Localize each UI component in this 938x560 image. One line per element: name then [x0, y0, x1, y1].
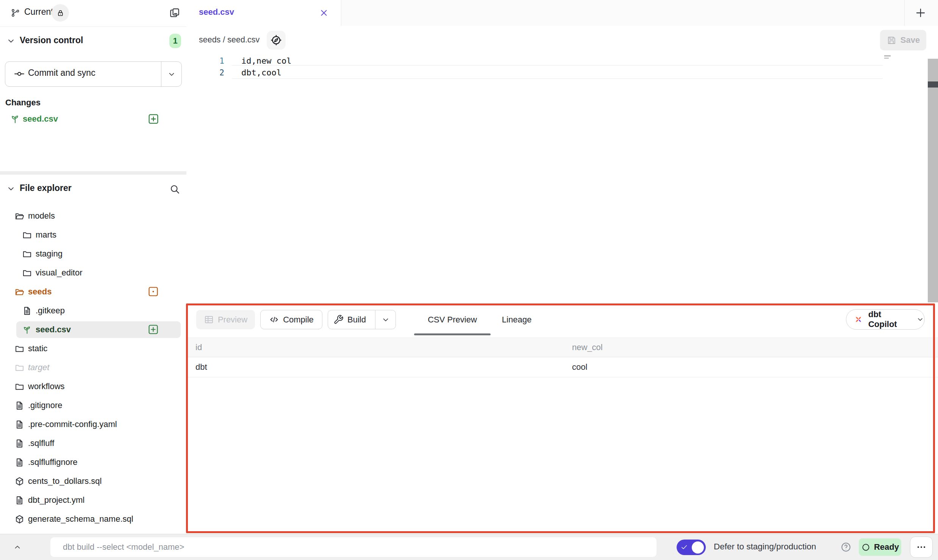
table-header-row: id new_col	[186, 338, 938, 357]
more-options-button[interactable]	[910, 537, 933, 558]
column-header: id	[195, 343, 572, 352]
file-explorer-item--pre-commit-config-yaml[interactable]: .pre-commit-config.yaml	[0, 415, 186, 434]
added-file-badge	[147, 324, 159, 335]
duplicate-file-icon[interactable]	[169, 7, 180, 19]
file-explorer-item-target[interactable]: target	[0, 358, 186, 377]
results-panel: Preview Compile Build CSV Preview Lineag…	[186, 304, 938, 534]
file-explorer-item--gitignore[interactable]: .gitignore	[0, 396, 186, 415]
file-explorer-item-visual-editor[interactable]: visual_editor	[0, 263, 186, 282]
collapse-panel-button[interactable]	[9, 540, 26, 554]
close-tab-icon[interactable]	[319, 8, 329, 18]
tab-title: seed.csv	[199, 7, 234, 17]
current-line-highlight	[232, 65, 883, 79]
file-name: marts	[36, 230, 56, 240]
chevron-down-icon[interactable]	[6, 36, 16, 46]
file-name: .sqlfluffignore	[28, 457, 77, 467]
seedling-icon	[22, 325, 32, 335]
search-icon[interactable]	[169, 183, 180, 195]
cube-icon	[14, 476, 25, 486]
build-button[interactable]: Build	[328, 310, 396, 329]
defer-toggle-label: Defer to staging/production	[714, 542, 816, 552]
folder-icon	[22, 230, 32, 240]
file-explorer-item-seed-csv[interactable]: seed.csv	[0, 320, 186, 339]
file-name: .sqlfluff	[28, 438, 54, 448]
lineage-compass-button[interactable]	[267, 31, 286, 50]
save-icon	[886, 35, 897, 45]
build-button-label: Build	[347, 315, 366, 325]
file-explorer-item--sqlfluff[interactable]: .sqlfluff	[0, 434, 186, 453]
file-explorer-item-dbt-project-yml[interactable]: dbt_project.yml	[0, 491, 186, 510]
plus-icon	[915, 7, 927, 19]
column-header: new_col	[572, 343, 938, 352]
file-explorer-header[interactable]: File explorer	[0, 181, 186, 199]
file-name: generate_schema_name.sql	[28, 514, 133, 524]
defer-toggle[interactable]	[677, 540, 706, 555]
scrollbar-thumb[interactable]	[928, 81, 938, 88]
file-explorer-item-models[interactable]: models	[0, 206, 186, 225]
file-explorer-item--gitkeep[interactable]: .gitkeep	[0, 301, 186, 320]
check-icon	[680, 543, 688, 551]
changed-file-row[interactable]: seed.csv	[0, 111, 186, 127]
file-name: .pre-commit-config.yaml	[28, 419, 117, 429]
version-control-header[interactable]: Version control 1	[0, 33, 186, 48]
file-name: seeds	[28, 287, 52, 297]
file-name: seed.csv	[36, 325, 71, 335]
code-editor[interactable]: 1 id,new_col 2 dbt,cool	[186, 55, 938, 304]
changes-count-badge: 1	[169, 34, 181, 48]
command-input[interactable]	[50, 537, 657, 557]
cube-icon	[14, 514, 25, 524]
file-explorer-tree: modelsmartsstagingvisual_editorseeds.git…	[0, 206, 186, 529]
chevron-down-icon[interactable]	[6, 184, 16, 194]
compile-button[interactable]: Compile	[260, 310, 322, 329]
status-ready-badge[interactable]: Ready	[859, 538, 901, 556]
build-button-main[interactable]: Build	[328, 310, 371, 329]
file-explorer-item-static[interactable]: static	[0, 339, 186, 358]
table-row: dbt cool	[186, 357, 938, 377]
added-file-badge	[147, 113, 159, 125]
help-icon[interactable]	[840, 541, 852, 553]
file-icon	[22, 306, 32, 316]
chevron-up-icon	[13, 542, 22, 552]
file-explorer-item--sqlfluffignore[interactable]: .sqlfluffignore	[0, 453, 186, 472]
file-name: workflows	[28, 382, 65, 391]
sidebar-section-divider	[0, 171, 186, 175]
chevron-down-icon	[381, 315, 390, 324]
breadcrumb: seeds / seed.csv	[199, 35, 260, 45]
file-name: models	[28, 211, 55, 221]
folder-icon	[22, 268, 32, 278]
file-explorer-item-staging[interactable]: staging	[0, 244, 186, 263]
git-branch-icon	[11, 8, 20, 18]
commit-options-dropdown[interactable]	[161, 62, 181, 86]
build-options-dropdown[interactable]	[375, 310, 396, 329]
tab-lineage[interactable]: Lineage	[494, 310, 540, 329]
new-tab-button[interactable]	[912, 5, 929, 20]
save-button[interactable]: Save	[880, 30, 926, 50]
seedling-icon	[10, 114, 20, 124]
save-button-label: Save	[900, 35, 920, 45]
file-explorer-item-seeds[interactable]: seeds	[0, 282, 186, 301]
breadcrumb-bar: seeds / seed.csv Save	[186, 26, 938, 55]
file-explorer-item-marts[interactable]: marts	[0, 225, 186, 244]
folder-icon	[14, 344, 25, 354]
code-icon	[269, 314, 279, 325]
modified-folder-badge	[147, 286, 159, 297]
file-name: visual_editor	[36, 268, 83, 278]
tab-seed-csv[interactable]: seed.csv	[186, 0, 341, 26]
git-commit-icon	[14, 68, 25, 80]
file-explorer-item-generate-schema-name-sql[interactable]: generate_schema_name.sql	[0, 510, 186, 529]
file-explorer-item-cents-to-dollars-sql[interactable]: cents_to_dollars.sql	[0, 472, 186, 491]
table-cell: cool	[572, 362, 938, 372]
table-icon	[204, 314, 214, 325]
preview-button[interactable]: Preview	[196, 310, 255, 329]
minimap-mark	[884, 58, 889, 59]
file-explorer-item-workflows[interactable]: workflows	[0, 377, 186, 396]
file-name: .gitignore	[28, 400, 63, 410]
tab-csv-preview[interactable]: CSV Preview	[414, 310, 491, 329]
table-cell: dbt	[195, 362, 572, 372]
dbt-copilot-button[interactable]: dbt Copilot	[846, 309, 925, 330]
commit-and-sync-button[interactable]: Commit and sync	[5, 61, 182, 87]
file-icon	[14, 419, 25, 430]
dbt-copilot-label: dbt Copilot	[868, 310, 909, 329]
editor-scrollbar[interactable]	[928, 59, 938, 302]
main-area: seed.csv seeds / seed.csv Save 1 id,new_…	[186, 0, 938, 534]
